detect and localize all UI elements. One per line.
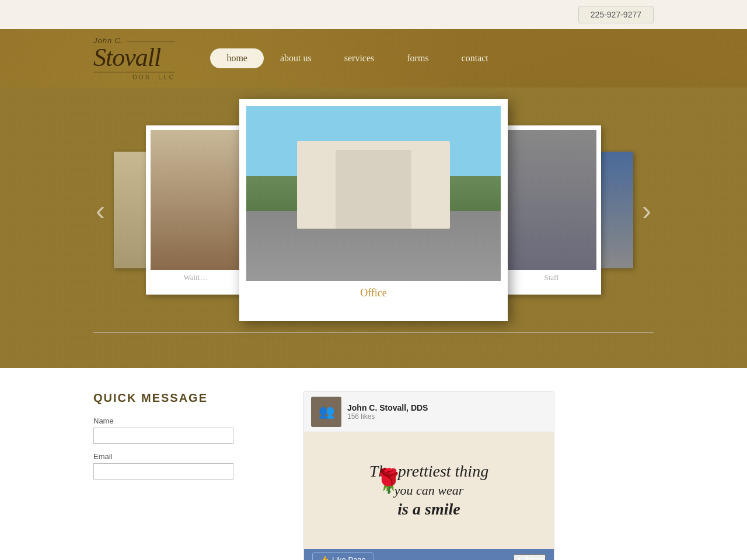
fb-footer: 👍 Like Page ↗ Share	[304, 549, 554, 560]
fb-share-label: Share	[524, 555, 544, 560]
fb-widget-outer: 👥 John C. Stovall, DDS 156 likes 🌹 The p…	[303, 391, 554, 560]
fb-like-button[interactable]: 👍 Like Page	[312, 552, 374, 560]
slide-staff[interactable]: Staff	[502, 125, 601, 295]
fb-like-icon: 👍	[320, 555, 329, 560]
fb-avatar: 👥	[311, 397, 341, 427]
logo-stovall: Stovall	[93, 45, 175, 71]
slide-staff-photo	[507, 130, 596, 270]
flower-decoration: 🌹	[374, 467, 403, 495]
nav-links: home about us services forms contact	[210, 48, 504, 68]
name-field-group: Name	[93, 416, 268, 444]
slides-wrapper: Waiti… Office Staff	[111, 111, 636, 309]
fb-page-likes: 156 likes	[347, 412, 547, 421]
quick-message-form: Quick Message Name Email	[93, 391, 268, 560]
nav-item-forms[interactable]: forms	[390, 48, 445, 68]
fb-image-panel: 🌹 The prettiest thing you can wear is a …	[304, 432, 554, 549]
slider-container: ‹ Waiti… Office	[0, 111, 747, 309]
fb-share-icon: ↗	[515, 555, 521, 560]
header-top: 225-927-9277	[0, 0, 747, 29]
slide-waiting[interactable]: Waiti…	[146, 125, 245, 295]
slide-far-right	[601, 152, 633, 268]
phone-display: 225-927-9277	[578, 6, 654, 23]
quote-line3: is a smile	[369, 499, 488, 520]
fb-avatar-icon: 👥	[319, 404, 334, 419]
logo-dds: DDS, LLC	[93, 74, 175, 80]
gold-section: John C. —————— Stovall DDS, LLC home abo…	[0, 29, 747, 368]
nav-item-contact[interactable]: contact	[445, 48, 505, 68]
next-arrow[interactable]: ›	[636, 194, 657, 226]
prev-arrow[interactable]: ‹	[90, 194, 111, 226]
navigation: John C. —————— Stovall DDS, LLC home abo…	[0, 29, 747, 88]
slide-far-left	[114, 152, 146, 268]
waiting-photo	[151, 130, 240, 270]
logo-divider	[93, 72, 175, 72]
facebook-widget: 👥 John C. Stovall, DDS 156 likes 🌹 The p…	[303, 391, 554, 560]
section-divider	[93, 332, 654, 333]
nav-item-services[interactable]: services	[328, 48, 391, 68]
fb-page-name: John C. Stovall, DDS	[347, 403, 547, 412]
fb-header: 👥 John C. Stovall, DDS 156 likes	[304, 392, 554, 432]
fb-share-button[interactable]: ↗ Share	[514, 554, 546, 560]
bottom-section: Quick Message Name Email 👥 John C. Stova…	[0, 368, 747, 560]
slide-staff-caption: Staff	[507, 270, 596, 282]
slide-far-right-photo	[601, 152, 633, 268]
slide-office-photo	[246, 106, 501, 281]
staff-photo	[507, 130, 596, 270]
nav-item-about[interactable]: about us	[264, 48, 328, 68]
slideshow-area: ‹ Waiti… Office	[0, 88, 747, 368]
phone-number: 225-927-9277	[591, 10, 641, 19]
fb-header-text: John C. Stovall, DDS 156 likes	[347, 403, 547, 421]
fb-like-label: Like Page	[332, 555, 366, 560]
email-input[interactable]	[93, 463, 233, 480]
name-input[interactable]	[93, 428, 233, 444]
quick-message-title: Quick Message	[93, 391, 268, 405]
slide-office[interactable]: Office	[239, 99, 508, 321]
nav-item-home[interactable]: home	[210, 48, 264, 68]
slide-far-left-photo	[114, 152, 146, 268]
office-photo	[246, 106, 501, 281]
logo[interactable]: John C. —————— Stovall DDS, LLC	[93, 36, 175, 80]
slide-office-caption: Office	[246, 281, 501, 299]
name-label: Name	[93, 416, 268, 425]
slide-waiting-photo	[151, 130, 240, 270]
slide-waiting-caption: Waiti…	[151, 270, 240, 282]
email-label: Email	[93, 452, 268, 461]
email-field-group: Email	[93, 452, 268, 480]
